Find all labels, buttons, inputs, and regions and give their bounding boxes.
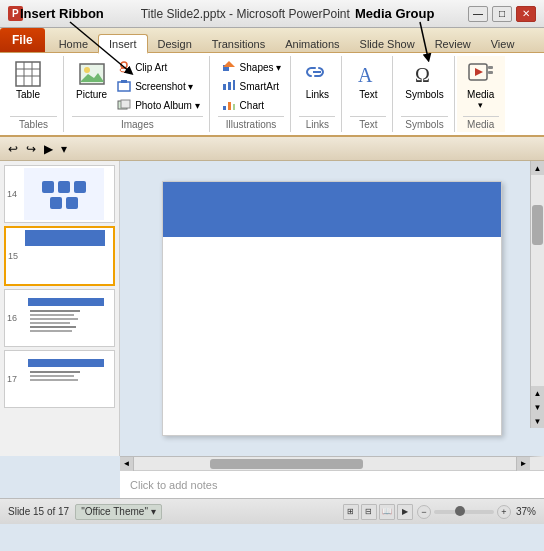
smartart-label: SmartArt [240, 81, 279, 92]
links-label: Links [306, 89, 329, 100]
scroll-next-slide-button[interactable]: ▼ [531, 400, 544, 414]
scroll-down-button[interactable]: ▼ [531, 414, 544, 428]
tab-home[interactable]: Home [49, 35, 98, 52]
close-button[interactable]: ✕ [516, 6, 536, 22]
svg-rect-20 [223, 106, 226, 110]
shapes-label: Shapes ▾ [240, 62, 282, 73]
symbols-icon: Ω [410, 60, 438, 88]
svg-rect-42 [30, 318, 78, 320]
svg-text:Ω: Ω [415, 64, 430, 86]
normal-view-button[interactable]: ⊞ [343, 504, 359, 520]
status-right: ⊞ ⊟ 📖 ▶ − + 37% [343, 504, 536, 520]
tab-transitions[interactable]: Transitions [202, 35, 275, 52]
media-label: Media [467, 89, 494, 100]
horizontal-scrollbar: ◄ ► [120, 456, 544, 470]
svg-rect-14 [121, 100, 130, 108]
scroll-prev-slide-button[interactable]: ▲ [531, 386, 544, 400]
slide-header [163, 182, 501, 237]
slide-sorter-button[interactable]: ⊟ [361, 504, 377, 520]
tab-view[interactable]: View [481, 35, 525, 52]
svg-rect-43 [30, 322, 70, 324]
slide-16-number: 16 [7, 313, 21, 323]
links-button[interactable]: Links [299, 58, 335, 102]
tab-insert[interactable]: Insert [98, 34, 148, 54]
photo-album-label: Photo Album ▾ [135, 100, 199, 111]
theme-button[interactable]: "Office Theme" ▾ [75, 504, 162, 520]
slide-thumb-15[interactable]: 15 [4, 226, 115, 286]
svg-rect-31 [42, 181, 54, 193]
theme-dropdown-icon: ▾ [151, 506, 156, 517]
clip-art-label: Clip Art [135, 62, 167, 73]
scroll-thumb-horizontal[interactable] [210, 459, 363, 469]
undo-button[interactable]: ↩ [6, 141, 20, 157]
zoom-out-button[interactable]: − [417, 505, 431, 519]
notes-bar[interactable]: Click to add notes [120, 470, 544, 498]
theme-name: "Office Theme" [81, 506, 148, 517]
zoom-slider[interactable] [434, 510, 494, 514]
tab-design[interactable]: Design [148, 35, 202, 52]
smartart-icon [221, 78, 237, 94]
symbols-group-label: Symbols [401, 116, 447, 130]
picture-button[interactable]: Picture [72, 58, 111, 102]
title-bar-title: Title Slide2.pptx - Microsoft PowerPoint [23, 7, 468, 21]
smartart-button[interactable]: SmartArt [218, 77, 285, 95]
slide-canvas [162, 181, 502, 436]
scroll-right-button[interactable]: ► [516, 457, 530, 471]
slide-thumb-14[interactable]: 14 [4, 165, 115, 223]
tab-animations[interactable]: Animations [275, 35, 349, 52]
media-button[interactable]: Media ▾ [463, 58, 499, 112]
svg-rect-33 [74, 181, 86, 193]
tab-slideshow[interactable]: Slide Show [350, 35, 425, 52]
title-bar: P Title Slide2.pptx - Microsoft PowerPoi… [0, 0, 544, 28]
ribbon-group-media: Media ▾ Media [457, 56, 505, 132]
toolbar-dropdown[interactable]: ▾ [59, 141, 69, 157]
maximize-button[interactable]: □ [492, 6, 512, 22]
svg-rect-18 [228, 82, 231, 90]
start-presentation-button[interactable]: ▶ [42, 141, 55, 157]
zoom-thumb[interactable] [455, 506, 465, 516]
svg-rect-32 [58, 181, 70, 193]
svg-rect-19 [233, 80, 235, 90]
table-button[interactable]: Table [10, 58, 46, 102]
screenshot-button[interactable]: Screenshot ▾ [113, 77, 202, 95]
chart-button[interactable]: Chart [218, 96, 285, 114]
ribbon-content: Table Tables Picture [0, 53, 544, 137]
scroll-up-button[interactable]: ▲ [531, 161, 544, 175]
picture-icon [78, 60, 106, 88]
svg-rect-44 [30, 326, 76, 328]
svg-rect-34 [50, 197, 62, 209]
zoom-in-button[interactable]: + [497, 505, 511, 519]
svg-rect-35 [66, 197, 78, 209]
svg-marker-16 [223, 61, 235, 67]
photo-album-button[interactable]: Photo Album ▾ [113, 96, 202, 114]
slide-area: ▲ ▲ ▼ ▼ [120, 161, 544, 456]
minimize-button[interactable]: — [468, 6, 488, 22]
slideshow-view-button[interactable]: ▶ [397, 504, 413, 520]
ribbon-group-tables: Table Tables [4, 56, 64, 132]
slide-14-number: 14 [7, 189, 21, 199]
svg-rect-45 [30, 330, 72, 332]
text-button[interactable]: A Text [350, 58, 386, 102]
redo-button[interactable]: ↪ [24, 141, 38, 157]
zoom-area: − + 37% [417, 505, 536, 519]
svg-rect-49 [30, 375, 74, 377]
slide-thumb-17[interactable]: 17 [4, 350, 115, 408]
svg-rect-28 [488, 66, 493, 69]
slide-thumb-16[interactable]: 16 [4, 289, 115, 347]
svg-rect-50 [30, 379, 78, 381]
reading-view-button[interactable]: 📖 [379, 504, 395, 520]
tables-group-label: Tables [10, 116, 57, 130]
svg-rect-2 [16, 62, 40, 86]
clip-art-button[interactable]: Clip Art [113, 58, 202, 76]
symbols-label: Symbols [405, 89, 443, 100]
scroll-thumb-vertical[interactable] [532, 205, 543, 245]
symbols-button[interactable]: Ω Symbols [401, 58, 447, 102]
tab-review[interactable]: Review [425, 35, 481, 52]
svg-rect-12 [121, 80, 127, 83]
scroll-track-horizontal [134, 457, 516, 470]
file-tab[interactable]: File [0, 28, 45, 52]
svg-marker-27 [475, 68, 483, 76]
scroll-left-button[interactable]: ◄ [120, 457, 134, 471]
media-group-label: Media [463, 116, 499, 130]
shapes-button[interactable]: Shapes ▾ [218, 58, 285, 76]
